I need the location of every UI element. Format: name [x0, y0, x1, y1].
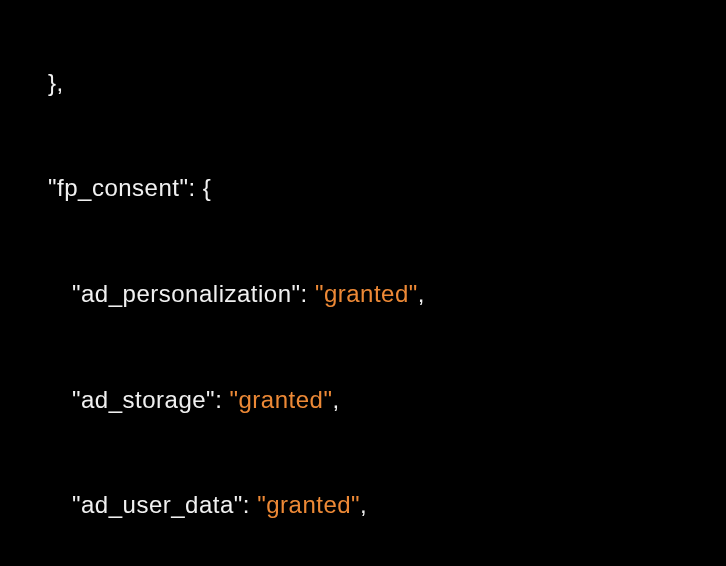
json-value: "granted"	[257, 491, 360, 518]
json-key: "ad_storage"	[72, 386, 215, 413]
json-key: "ad_user_data"	[72, 491, 243, 518]
fp-consent-key: "fp_consent": {	[48, 174, 211, 201]
fp-consent-open-line: "fp_consent": {	[0, 162, 726, 215]
json-value: "granted"	[229, 386, 332, 413]
colon: :	[301, 280, 315, 307]
comma: ,	[332, 386, 339, 413]
ad-personalization-line: "ad_personalization": "granted",	[0, 268, 726, 321]
colon: :	[215, 386, 229, 413]
json-code-block: }, "fp_consent": { "ad_personalization":…	[0, 0, 726, 566]
ad-user-data-line: "ad_user_data": "granted",	[0, 479, 726, 532]
brace-close: },	[48, 69, 64, 96]
colon: :	[243, 491, 257, 518]
json-key: "ad_personalization"	[72, 280, 301, 307]
comma: ,	[418, 280, 425, 307]
closing-brace-line: },	[0, 57, 726, 110]
comma: ,	[360, 491, 367, 518]
json-value: "granted"	[315, 280, 418, 307]
ad-storage-line: "ad_storage": "granted",	[0, 374, 726, 427]
